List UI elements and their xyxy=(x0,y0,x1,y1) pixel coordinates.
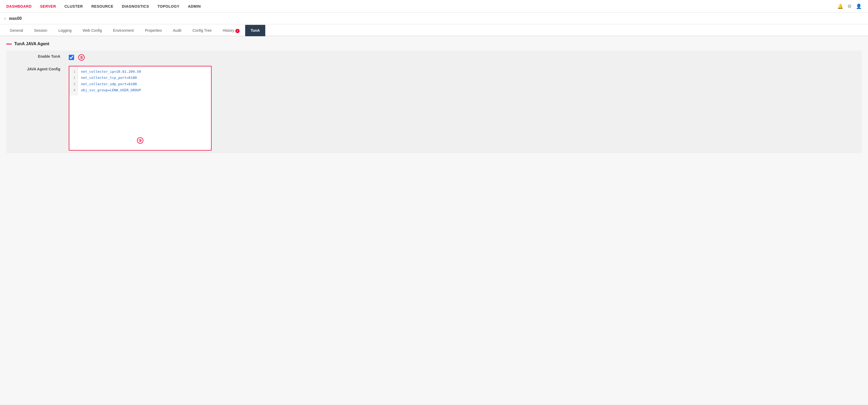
enable-tuna-value: ② xyxy=(65,51,862,63)
gear-icon[interactable]: ⚙ xyxy=(847,3,851,9)
tabs-bar: General Session Logging Web Config Envir… xyxy=(0,24,868,36)
tab-tuna[interactable]: TunA xyxy=(245,25,266,36)
code-content[interactable]: net_collector_ip=10.81.209.50 net_collec… xyxy=(78,66,211,95)
nav-item-server[interactable]: SERVER xyxy=(40,4,56,8)
code-line-3: net_collector_udp_port=6100 xyxy=(81,81,208,87)
nav-item-resource[interactable]: RESOURCE xyxy=(91,4,113,8)
form-table: Enable TunA ② JAVA Agent Config xyxy=(6,51,862,153)
java-agent-config-label: JAVA Agent Config xyxy=(6,63,65,153)
code-line-1: net_collector_ip=10.81.209.50 xyxy=(81,68,208,74)
breadcrumb-back-button[interactable]: ‹ xyxy=(4,15,6,21)
nav-item-cluster[interactable]: CLUSTER xyxy=(65,4,83,8)
java-agent-config-value: 1 2 3 4 net_collector_ip=10.81.209.50 ne… xyxy=(65,63,862,153)
tab-logging[interactable]: Logging xyxy=(53,25,77,36)
enable-tuna-checkbox[interactable] xyxy=(69,55,74,60)
tab-history[interactable]: History1 xyxy=(217,25,245,36)
section-title: TunA JAVA Agent xyxy=(14,41,49,46)
code-line-2: net_collector_tcp_port=6180 xyxy=(81,74,208,81)
nav-item-admin[interactable]: ADMIN xyxy=(188,4,201,8)
bell-icon[interactable]: 🔔 xyxy=(837,3,843,9)
user-icon[interactable]: 👤 xyxy=(856,3,862,9)
nav-icons: 🔔 ⚙ 👤 xyxy=(837,3,862,9)
tab-environment[interactable]: Environment xyxy=(107,25,140,36)
line-numbers: 1 2 3 4 xyxy=(69,66,78,95)
breadcrumb-bar: ‹ was00 xyxy=(0,13,868,24)
nav-item-dashboard[interactable]: DASHBOARD xyxy=(6,4,32,8)
annotation-2: ② xyxy=(78,54,85,61)
history-badge: 1 xyxy=(236,29,240,33)
tab-session[interactable]: Session xyxy=(29,25,53,36)
tab-audit[interactable]: Audit xyxy=(167,25,187,36)
code-line-4: obj_svc_group=LENA_USER_GROUP xyxy=(81,87,208,93)
java-agent-config-row: JAVA Agent Config 1 2 3 4 xyxy=(6,63,862,153)
tab-properties[interactable]: Properties xyxy=(140,25,167,36)
annotation-3: ③ xyxy=(137,137,143,144)
tab-config-tree[interactable]: Config Tree xyxy=(187,25,217,36)
tab-web-config[interactable]: Web Config xyxy=(77,25,107,36)
nav-item-topology[interactable]: TOPOLOGY xyxy=(158,4,180,8)
nav-item-diagnostics[interactable]: DIAGNOSTICS xyxy=(122,4,149,8)
tab-general[interactable]: General xyxy=(4,25,29,36)
section-header: TunA JAVA Agent xyxy=(6,41,862,46)
top-nav: DASHBOARD SERVER CLUSTER RESOURCE DIAGNO… xyxy=(0,0,868,13)
enable-tuna-row: Enable TunA ② xyxy=(6,51,862,63)
java-agent-config-editor[interactable]: 1 2 3 4 net_collector_ip=10.81.209.50 ne… xyxy=(69,66,212,151)
enable-tuna-label: Enable TunA xyxy=(6,51,65,63)
content-area: TunA JAVA Agent Enable TunA ② JAVA Agent… xyxy=(0,36,868,404)
breadcrumb-title: was00 xyxy=(9,16,22,21)
section-header-line xyxy=(6,44,12,44)
